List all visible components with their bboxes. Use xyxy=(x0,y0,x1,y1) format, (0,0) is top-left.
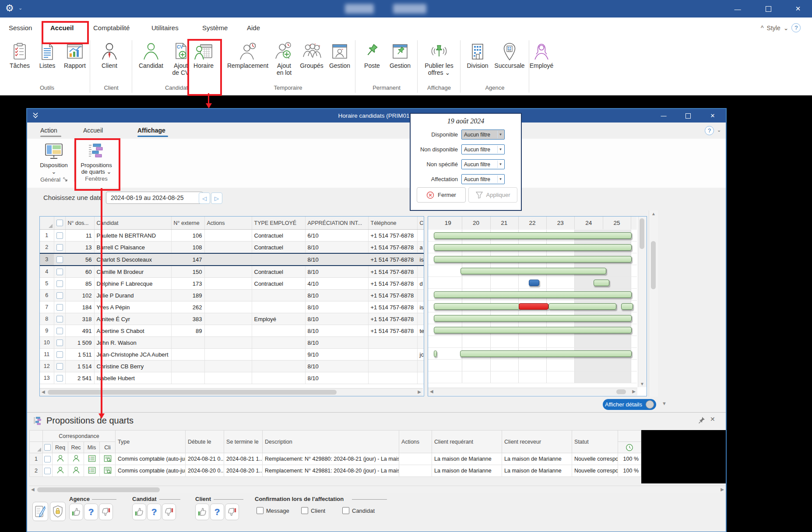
row-checkbox[interactable] xyxy=(56,351,63,358)
panel-pin-icon[interactable] xyxy=(698,416,705,425)
ribbon-employe-button[interactable]: Employé xyxy=(528,41,555,70)
mis-icon[interactable] xyxy=(84,465,100,477)
cli-icon[interactable] xyxy=(100,465,116,477)
outer-vscrollbar[interactable]: ▲ xyxy=(649,210,658,397)
row-checkbox[interactable] xyxy=(56,280,63,287)
row-checkbox[interactable] xyxy=(56,244,63,251)
client-question-button[interactable]: ? xyxy=(210,504,224,520)
col-candidat[interactable]: Candidat xyxy=(94,217,171,230)
ribbon-poste-button[interactable]: Poste xyxy=(359,41,385,70)
outer-scroll-down-icon[interactable]: ▼ xyxy=(662,401,667,406)
col-type[interactable]: TYPE EMPLOYÉ xyxy=(252,217,305,230)
gantt-body[interactable] xyxy=(428,230,637,383)
row-number[interactable]: 10 xyxy=(40,337,54,349)
date-range-input[interactable]: 2024-08-19 au 2024-08-25 xyxy=(106,192,203,204)
gantt-bar-green[interactable] xyxy=(434,244,632,251)
col-rec[interactable]: Rec xyxy=(68,442,84,453)
checkbox-message[interactable]: Message xyxy=(257,507,289,514)
agence-reject-button[interactable] xyxy=(99,504,113,520)
propositions-hscrollbar[interactable]: ◀ ▶ xyxy=(29,486,726,494)
row-checkbox[interactable] xyxy=(56,375,63,382)
candidate-row[interactable]: 8318Amitee É Cyr383Employé8/10+1 514 757… xyxy=(40,313,424,325)
candidate-row[interactable]: 585Delphine F Labrecque173Contractuel4/1… xyxy=(40,278,424,290)
candidate-row[interactable]: 356Charlot S Descoteaux1478/10+1 514 757… xyxy=(40,253,424,266)
gantt-day-label[interactable]: 23 xyxy=(546,217,575,229)
col-client-receveur[interactable]: Client receveur xyxy=(502,430,572,453)
style-label[interactable]: Style xyxy=(767,24,780,32)
row-checkbox[interactable] xyxy=(56,304,63,311)
ribbon-remplacement-button[interactable]: Remplacement xyxy=(223,41,272,70)
unpin-icon[interactable] xyxy=(32,112,39,121)
row-number[interactable]: 1 xyxy=(30,453,43,465)
menu-systeme[interactable]: Système xyxy=(202,18,228,38)
row-checkbox[interactable] xyxy=(56,363,63,370)
candidate-row[interactable]: 111Paulette N BERTRAND106Contractuel6/10… xyxy=(40,230,424,242)
candidate-row[interactable]: 132 541Isabelle Hubert8/10 xyxy=(40,372,424,384)
row-number[interactable]: 3 xyxy=(40,253,54,266)
gantt-bar-green[interactable] xyxy=(621,303,633,310)
row-number[interactable]: 1 xyxy=(40,230,54,242)
ribbon-groupes-button[interactable]: Groupés xyxy=(298,41,326,70)
shield-lock-button[interactable] xyxy=(50,502,66,521)
ribbon-listes-button[interactable]: Listes xyxy=(35,41,60,70)
col-overflow[interactable]: C xyxy=(417,217,424,230)
row-checkbox[interactable] xyxy=(56,340,63,346)
ribbon-succursale-button[interactable]: Succursale xyxy=(492,41,527,70)
gantt-day-label[interactable]: 21 xyxy=(490,217,519,229)
row-checkbox[interactable] xyxy=(56,316,63,322)
candidate-row[interactable]: 6102Julie P Durand1898/10+1 514 757-6878 xyxy=(40,290,424,301)
col-req[interactable]: Req xyxy=(53,442,68,453)
row-number[interactable]: 13 xyxy=(40,372,54,384)
row-number[interactable]: 8 xyxy=(40,313,54,325)
select-all-corner[interactable] xyxy=(40,217,54,230)
minimize-button[interactable]: — xyxy=(728,0,748,18)
child-minimize-button[interactable]: — xyxy=(654,109,673,122)
row-number[interactable]: 2 xyxy=(40,242,54,254)
edit-note-button[interactable] xyxy=(32,502,48,521)
dialog-launcher-icon[interactable] xyxy=(63,175,67,183)
gantt-bar-green[interactable] xyxy=(594,280,609,286)
proposition-row[interactable]: 1Commis comptable (auto-jum...2024-08-21… xyxy=(30,453,641,465)
row-checkbox[interactable] xyxy=(56,232,63,239)
gantt-bar-green[interactable] xyxy=(434,315,632,322)
gantt-bar-green[interactable] xyxy=(548,303,616,310)
menu-session[interactable]: Session xyxy=(9,18,32,38)
ribbon-ajout-lot-button[interactable]: Ajout en lot xyxy=(271,41,297,76)
candidate-row[interactable]: 101 509John R. Walson8/10 xyxy=(40,337,424,349)
row-checkbox[interactable] xyxy=(56,256,63,263)
gantt-day-label[interactable]: 25 xyxy=(603,217,631,229)
col-appreciation[interactable]: APPRÉCIATION INT... xyxy=(305,217,368,230)
client-reject-button[interactable] xyxy=(225,504,239,520)
row-number[interactable]: 6 xyxy=(40,290,54,301)
props-header-checkbox[interactable] xyxy=(43,442,53,453)
col-client-requerant[interactable]: Client requérant xyxy=(432,430,502,453)
client-approve-button[interactable] xyxy=(195,504,209,520)
col-externe[interactable]: N° externe xyxy=(171,217,204,230)
child-close-button[interactable]: ✕ xyxy=(703,109,722,122)
ribbon-taches-button[interactable]: Tâches xyxy=(6,41,33,70)
row-checkbox[interactable] xyxy=(56,328,63,334)
header-checkbox[interactable] xyxy=(54,217,65,230)
quick-access-chevron-icon[interactable]: ⌄ xyxy=(18,5,22,11)
child-help-icon[interactable]: ? xyxy=(705,126,714,135)
gantt-bar-green[interactable] xyxy=(434,291,632,298)
gantt-bar-green[interactable] xyxy=(460,350,632,357)
tab-affichage[interactable]: Affichage xyxy=(137,122,165,138)
row-checkbox[interactable] xyxy=(56,269,63,275)
gear-icon[interactable]: ⚙ xyxy=(5,3,14,14)
gantt-bar-green[interactable] xyxy=(434,256,632,262)
col-cli[interactable]: Cli xyxy=(100,442,116,453)
candidate-row[interactable]: 460Camille M Brodeur150Contractuel8/10+1… xyxy=(40,266,424,278)
col-termine[interactable]: Se termine le xyxy=(224,430,263,453)
row-number[interactable]: 11 xyxy=(40,349,54,360)
maximize-button[interactable] xyxy=(758,0,778,18)
non-disponible-select[interactable]: Aucun filtre▼ xyxy=(461,144,505,154)
next-week-button[interactable]: ▷ xyxy=(211,192,222,204)
help-icon[interactable]: ? xyxy=(791,23,801,32)
gantt-bar-blue[interactable] xyxy=(529,280,540,286)
row-checkbox[interactable] xyxy=(44,456,51,462)
candidate-row[interactable]: 121 514Christine CB Berry8/10 xyxy=(40,360,424,372)
agence-approve-button[interactable] xyxy=(69,504,83,520)
child-titlebar[interactable]: Horaire candidats (PRIM016) — ✕ xyxy=(27,109,726,122)
col-actions[interactable]: Actions xyxy=(399,430,432,453)
